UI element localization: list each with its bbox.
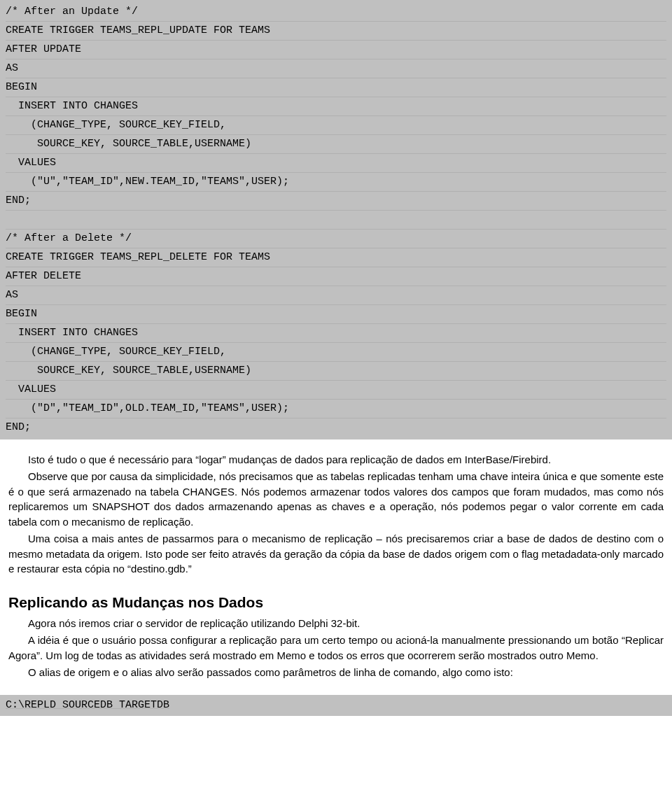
code-line: ("D","TEAM_ID",OLD.TEAM_ID,"TEAMS",USER)… — [6, 400, 666, 418]
sql-code-block: /* After an Update */CREATE TRIGGER TEAM… — [0, 0, 672, 439]
paragraph: Agora nós iremos criar o servidor de rep… — [8, 616, 664, 631]
code-line: AS — [6, 286, 666, 305]
paragraph: O alias de origem e o alias alvo serão p… — [8, 665, 664, 680]
code-line: SOURCE_KEY, SOURCE_TABLE,USERNAME) — [6, 135, 666, 154]
paragraph: Uma coisa a mais antes de passarmos para… — [8, 531, 664, 577]
section-heading: Replicando as Mudanças nos Dados — [0, 592, 672, 613]
code-line: INSERT INTO CHANGES — [6, 324, 666, 343]
code-line: VALUES — [6, 154, 666, 173]
code-line: END; — [6, 192, 666, 211]
body-section-1: Isto é tudo o que é necessário para “log… — [0, 452, 672, 577]
code-line: SOURCE_KEY, SOURCE_TABLE,USERNAME) — [6, 362, 666, 381]
code-line: /* After an Update */ — [6, 3, 666, 22]
code-line: /* After a Delete */ — [6, 230, 666, 248]
code-line: INSERT INTO CHANGES — [6, 97, 666, 116]
code-line — [6, 211, 666, 230]
code-line: AFTER DELETE — [6, 267, 666, 286]
code-line: END; — [6, 418, 666, 437]
code-line: VALUES — [6, 381, 666, 400]
code-line: (CHANGE_TYPE, SOURCE_KEY_FIELD, — [6, 116, 666, 135]
command-line-block: C:\REPLD SOURCEDB TARGETDB — [0, 695, 672, 716]
code-line: ("U","TEAM_ID",NEW.TEAM_ID,"TEAMS",USER)… — [6, 173, 666, 192]
paragraph: A idéia é que o usuário possa configurar… — [8, 633, 664, 663]
code-line: CREATE TRIGGER TEAMS_REPL_UPDATE FOR TEA… — [6, 22, 666, 41]
code-line: BEGIN — [6, 78, 666, 97]
body-section-2: Agora nós iremos criar o servidor de rep… — [0, 616, 672, 680]
code-line: (CHANGE_TYPE, SOURCE_KEY_FIELD, — [6, 343, 666, 362]
paragraph: Observe que por causa da simplicidade, n… — [8, 469, 664, 530]
code-line: CREATE TRIGGER TEAMS_REPL_DELETE FOR TEA… — [6, 248, 666, 267]
paragraph: Isto é tudo o que é necessário para “log… — [8, 452, 664, 467]
code-line: AS — [6, 59, 666, 78]
code-line: AFTER UPDATE — [6, 41, 666, 59]
code-line: BEGIN — [6, 305, 666, 324]
